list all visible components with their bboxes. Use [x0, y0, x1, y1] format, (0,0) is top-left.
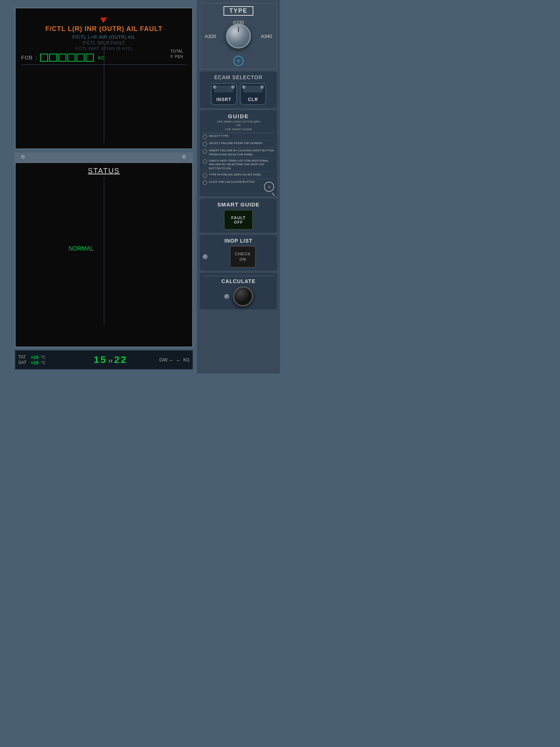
gw-section: GW – – KG — [159, 357, 190, 363]
type-knob[interactable] — [226, 24, 251, 49]
ecam-top-display: F/CTL L(R) INR (OUTR) AIL FAULT F/CTL L+… — [15, 7, 193, 150]
fault-off-button[interactable]: FAULT OFF — [224, 210, 253, 230]
screw-tr — [231, 85, 235, 89]
guide-circle-1 — [203, 135, 207, 139]
guide-text-6: CLICK THE CALCULATE BUTTON — [209, 180, 254, 184]
screw-right — [181, 154, 188, 160]
guide-item-2: SELECT FAILURE FROM TOP SCREEN — [203, 140, 274, 148]
logo-icon — [21, 14, 187, 23]
calculate-knob-area — [203, 286, 274, 306]
guide-circle-5 — [203, 173, 207, 178]
guide-text-3: INSERT FAILURE BY CLICKING INSRT BUTTON … — [209, 149, 274, 156]
guide-subtitle: USE SAME LOGIC AS THE QRH OR USE SMART G… — [203, 120, 274, 131]
guide-circle-3 — [203, 149, 207, 154]
fpen-label: F. PEN — [171, 54, 183, 59]
tat-row: TAT +15 °C — [18, 355, 62, 360]
guide-circle-2 — [203, 142, 207, 146]
gw-unit: KG — [183, 357, 190, 363]
guide-text-4: CHECK INOP ITEMS LIST FOR ADDITIONAL FAI… — [209, 159, 274, 170]
sat-unit: °C — [41, 360, 45, 365]
smart-guide-title: SMART GUIDE — [203, 201, 274, 208]
type-section: TYPE A330 A320 A340 + — [200, 3, 277, 69]
fault-btn-line1: FAULT — [231, 216, 246, 220]
guide-title: GUIDE — [203, 113, 274, 119]
sat-row: SAT +15 °C — [18, 360, 62, 365]
ecam-buttons: INSRT CLR — [203, 83, 274, 105]
time-minutes: 22 — [114, 354, 128, 365]
guide-item-1: SELECT TYPE — [203, 133, 274, 140]
time-h-label: H — [109, 358, 112, 364]
fob-colon: : — [36, 55, 37, 61]
guide-items: SELECT TYPE SELECT FAILURE FROM TOP SCRE… — [203, 133, 274, 193]
knob-label-right: A340 — [261, 34, 272, 39]
check-on-text: CHECKON — [235, 251, 251, 263]
fob-box-1 — [40, 54, 48, 62]
left-panel: F/CTL L(R) INR (OUTR) AIL FAULT F/CTL L+… — [0, 0, 197, 374]
calc-screw-left — [224, 294, 229, 299]
type-knob-area: A330 A320 A340 — [203, 18, 274, 54]
bottom-bar: TAT +15 °C SAT +15 °C 15 H 22 GW – – KG — [15, 350, 193, 370]
smart-guide-section: SMART GUIDE FAULT OFF — [200, 198, 277, 233]
guide-section: GUIDE USE SAME LOGIC AS THE QRH OR USE S… — [200, 110, 277, 196]
guide-item-3: INSERT FAILURE BY CLICKING INSRT BUTTON … — [203, 148, 274, 158]
status-title: STATUS — [19, 167, 188, 175]
tat-value: +15 — [31, 355, 39, 360]
ecam-selector-section: ECAM SELECTOR INSRT CLR — [200, 71, 277, 108]
guide-item-5: TYPE IN FOB (AS SEEN ON A/C EWD) — [203, 172, 274, 179]
zoom-plus-icon: + — [268, 184, 271, 190]
sat-value: +15 — [31, 360, 39, 365]
guide-text-1: SELECT TYPE — [209, 134, 229, 138]
inop-title: INOP LIST — [203, 238, 274, 244]
guide-text-2: SELECT FAILURE FROM TOP SCREEN — [209, 142, 262, 145]
sat-label: SAT — [18, 360, 28, 365]
fob-box-2 — [49, 54, 57, 62]
screws-row — [15, 152, 193, 162]
gw-label: GW — [159, 357, 167, 363]
zoom-icon: + — [264, 182, 274, 192]
fob-label: FOB — [21, 55, 33, 61]
time-section: 15 H 22 — [62, 354, 159, 365]
fob-box-5 — [77, 54, 85, 62]
clr-label: CLR — [248, 97, 258, 102]
ecam-bottom-display: STATUS NORMAL — [15, 162, 193, 348]
gw-dashes: – – — [170, 357, 181, 363]
right-panel: TYPE A330 A320 A340 + ECAM SELECTOR — [197, 0, 280, 374]
fob-box-6 — [86, 54, 94, 62]
insrt-button[interactable]: INSRT — [211, 83, 237, 105]
fob-box-3 — [58, 54, 66, 62]
inop-section: INOP LIST CHECKON — [200, 235, 277, 271]
screw-tl — [242, 85, 246, 89]
ecam-selector-title: ECAM SELECTOR — [203, 74, 274, 80]
type-label: TYPE — [223, 6, 253, 16]
guide-item-4: CHECK INOP ITEMS LIST FOR ADDITIONAL FAI… — [203, 158, 274, 172]
fault-primary: F/CTL L(R) INR (OUTR) AIL FAULT — [21, 25, 187, 33]
vertical-divider — [104, 43, 104, 143]
guide-item-6: CLICK THE CALCULATE BUTTON + — [203, 179, 274, 193]
fault-btn-line2: OFF — [234, 220, 243, 224]
fob-boxes — [40, 54, 94, 62]
knob-indicator — [238, 27, 239, 32]
tat-sat-section: TAT +15 °C SAT +15 °C — [18, 355, 62, 365]
screw-left — [20, 154, 27, 160]
check-on-button[interactable]: CHECKON — [230, 246, 256, 268]
plus-button[interactable]: + — [233, 56, 244, 66]
time-hours: 15 — [94, 354, 107, 365]
screw-tl — [213, 85, 217, 89]
guide-text-5: TYPE IN FOB (AS SEEN ON A/C EWD) — [209, 173, 261, 177]
tat-label: TAT — [18, 355, 28, 360]
calculate-knob[interactable] — [233, 286, 253, 306]
knob-label-left: A320 — [205, 34, 216, 39]
fob-box-4 — [67, 54, 75, 62]
vertical-divider-bottom — [104, 178, 104, 325]
calculate-section: CALCULATE — [200, 273, 277, 309]
calculate-title: CALCULATE — [203, 276, 274, 284]
totals-area: TOTAL F. PEN — [171, 49, 183, 60]
guide-circle-4 — [203, 159, 207, 164]
insrt-label: INSRT — [217, 97, 232, 102]
screw-tr — [260, 85, 264, 89]
total-label: TOTAL — [171, 49, 183, 54]
inop-screw-left — [203, 254, 208, 259]
clr-button[interactable]: CLR — [240, 83, 266, 105]
status-state: NORMAL — [69, 245, 93, 252]
tat-unit: °C — [41, 355, 45, 359]
